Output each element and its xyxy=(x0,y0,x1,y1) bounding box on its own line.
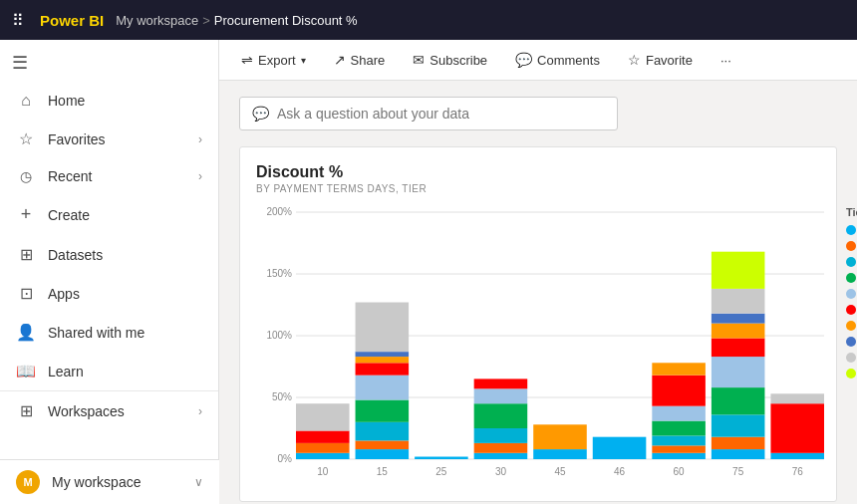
star-icon: ☆ xyxy=(16,129,36,148)
sidebar-item-home[interactable]: ⌂ Home xyxy=(0,82,218,120)
sidebar-item-workspaces[interactable]: ⊞ Workspaces › xyxy=(0,390,218,430)
svg-rect-54 xyxy=(712,314,765,324)
export-icon: ⇌ xyxy=(241,52,253,68)
legend-dot xyxy=(846,353,856,363)
export-chevron-icon: ▾ xyxy=(301,55,306,66)
sidebar-item-datasets[interactable]: ⊞ Datasets xyxy=(0,235,218,274)
toolbar: ⇌ Export ▾ ↗ Share ✉ Subscribe 💬 Comment… xyxy=(219,40,857,81)
learn-icon: 📖 xyxy=(16,362,36,380)
sidebar-item-recent[interactable]: ◷ Recent › xyxy=(0,158,218,194)
legend-item-3: 3 xyxy=(846,256,857,268)
svg-rect-29 xyxy=(474,428,528,443)
svg-rect-42 xyxy=(652,421,706,436)
svg-rect-43 xyxy=(652,406,706,421)
svg-text:50%: 50% xyxy=(272,391,292,402)
sidebar-item-create[interactable]: + Create xyxy=(0,194,218,235)
chevron-right-icon: › xyxy=(198,132,202,146)
chart-container: Discount % BY PAYMENT TERMS DAYS, TIER 0… xyxy=(239,146,837,502)
svg-rect-21 xyxy=(356,357,410,363)
svg-rect-50 xyxy=(712,387,765,414)
app-brand: Power BI xyxy=(40,12,104,29)
legend-item-9: 9 xyxy=(846,352,857,364)
chevron-down-icon: ∨ xyxy=(194,475,203,489)
legend-item-10: 10 xyxy=(846,368,857,379)
svg-rect-56 xyxy=(712,252,765,289)
legend-item-5: 5 xyxy=(846,288,857,300)
svg-rect-31 xyxy=(474,388,528,403)
legend-dot xyxy=(846,369,856,378)
legend-dot xyxy=(846,337,856,347)
svg-rect-44 xyxy=(652,376,706,406)
svg-rect-52 xyxy=(712,338,765,357)
favorite-button[interactable]: ☆ Favorite xyxy=(622,48,699,72)
svg-rect-13 xyxy=(296,403,350,430)
svg-rect-40 xyxy=(652,445,706,452)
qa-input[interactable] xyxy=(277,106,556,122)
legend-dot xyxy=(846,273,856,283)
svg-rect-22 xyxy=(356,352,410,357)
subscribe-icon: ✉ xyxy=(413,52,425,68)
svg-text:10: 10 xyxy=(317,466,329,477)
comments-icon: 💬 xyxy=(515,52,532,68)
breadcrumb: My workspace > Procurement Discount % xyxy=(116,13,357,28)
waffle-icon[interactable]: ⠿ xyxy=(12,11,24,30)
svg-rect-34 xyxy=(533,449,587,459)
svg-rect-48 xyxy=(712,437,765,449)
legend-dot xyxy=(846,241,856,251)
svg-rect-27 xyxy=(474,453,528,459)
legend-dot xyxy=(846,289,856,299)
svg-rect-37 xyxy=(593,437,647,459)
svg-rect-11 xyxy=(296,443,350,453)
sidebar-item-apps[interactable]: ⊡ Apps xyxy=(0,274,218,313)
svg-text:76: 76 xyxy=(792,466,804,477)
share-button[interactable]: ↗ Share xyxy=(328,48,392,72)
comments-button[interactable]: 💬 Comments xyxy=(509,48,606,72)
content-area: ⇌ Export ▾ ↗ Share ✉ Subscribe 💬 Comment… xyxy=(219,40,857,504)
chart-subtitle: BY PAYMENT TERMS DAYS, TIER xyxy=(256,183,820,194)
qa-bar: 💬 xyxy=(239,97,618,130)
star-outline-icon: ☆ xyxy=(628,52,641,68)
sidebar-label-home: Home xyxy=(48,93,202,109)
svg-text:100%: 100% xyxy=(266,330,292,341)
subscribe-button[interactable]: ✉ Subscribe xyxy=(407,48,493,72)
workspaces-icon: ⊞ xyxy=(16,401,36,420)
sidebar-item-my-workspace[interactable]: M My workspace ∨ xyxy=(0,459,219,504)
qa-icon: 💬 xyxy=(252,106,269,122)
more-button[interactable]: ··· xyxy=(714,49,737,72)
hamburger-icon: ☰ xyxy=(12,52,28,74)
chevron-right-icon3: › xyxy=(198,404,202,418)
sidebar-item-learn[interactable]: 📖 Learn xyxy=(0,352,218,390)
clock-icon: ◷ xyxy=(16,168,36,184)
chart-area: 0%50%100%150%200%101525304546607576 Tier… xyxy=(256,202,820,485)
sidebar-item-shared[interactable]: 👤 Shared with me xyxy=(0,313,218,352)
sidebar-item-favorites[interactable]: ☆ Favorites › xyxy=(0,120,218,158)
legend-dot xyxy=(846,305,856,315)
legend-item-8: 8 xyxy=(846,336,857,348)
ellipsis-icon: ··· xyxy=(720,53,731,68)
workspace-link[interactable]: My workspace xyxy=(116,13,198,28)
report-name: Procurement Discount % xyxy=(214,13,358,28)
svg-text:200%: 200% xyxy=(266,206,292,217)
svg-text:150%: 150% xyxy=(266,268,292,279)
home-icon: ⌂ xyxy=(16,92,36,110)
plus-icon: + xyxy=(16,204,36,225)
chart-plot: 0%50%100%150%200%101525304546607576 xyxy=(256,202,834,485)
legend-item-7: 7 xyxy=(846,320,857,332)
svg-rect-28 xyxy=(474,443,528,453)
svg-rect-53 xyxy=(712,324,765,339)
svg-rect-49 xyxy=(712,414,765,436)
comments-label: Comments xyxy=(537,53,600,68)
share-icon: ↗ xyxy=(334,52,346,68)
export-button[interactable]: ⇌ Export ▾ xyxy=(235,48,312,72)
svg-rect-10 xyxy=(296,453,350,459)
sidebar-label-apps: Apps xyxy=(48,286,202,302)
svg-text:75: 75 xyxy=(732,466,744,477)
legend-dot xyxy=(846,225,856,235)
share-label: Share xyxy=(351,53,386,68)
legend-dot xyxy=(846,257,856,267)
legend-item-1: 1 xyxy=(846,224,857,236)
svg-rect-20 xyxy=(356,363,410,375)
hamburger-menu[interactable]: ☰ xyxy=(0,44,218,82)
svg-rect-60 xyxy=(770,393,824,403)
sidebar-label-favorites: Favorites xyxy=(48,131,186,147)
